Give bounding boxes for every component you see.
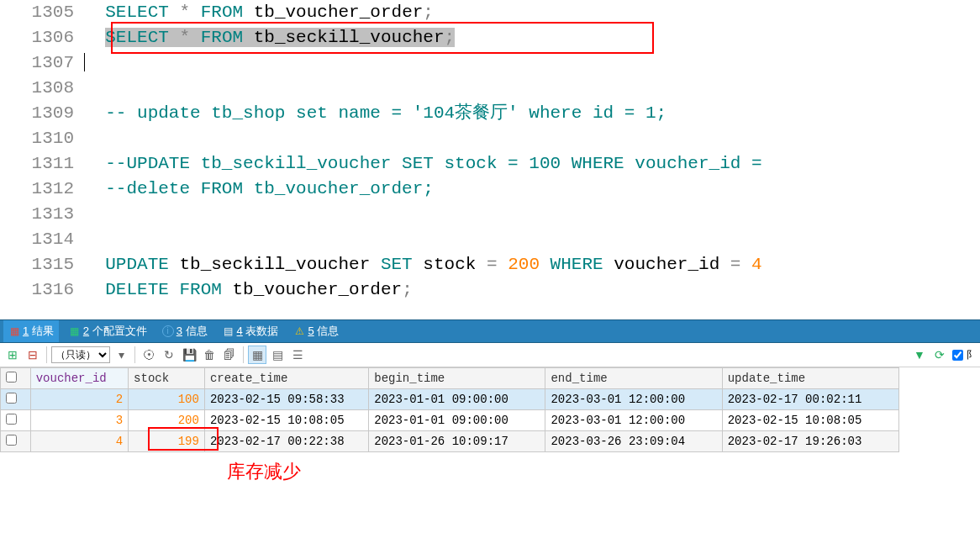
line-number: 1315	[0, 252, 74, 277]
tab-label: 2 个配置文件	[83, 324, 147, 339]
line-number: 1313	[0, 202, 74, 227]
export-button[interactable]: 🖸	[140, 346, 158, 364]
warning-icon: ⚠	[293, 325, 305, 337]
tab-label: 4 表数据	[237, 324, 279, 339]
cell-update_time[interactable]: 2023-02-17 00:02:11	[722, 389, 898, 410]
save-button[interactable]: 💾	[180, 346, 198, 364]
line-number: 1310	[0, 126, 74, 151]
grid-view-button[interactable]: ▦	[248, 346, 266, 364]
cell-voucher_id[interactable]: 3	[30, 410, 128, 431]
delete-row-button[interactable]: ⊟	[24, 346, 42, 364]
result-tab[interactable]: ▦2 个配置文件	[64, 320, 152, 342]
cell-begin_time[interactable]: 2023-01-01 09:00:00	[369, 410, 545, 431]
row-marker[interactable]	[1, 431, 31, 452]
line-number: 1307	[0, 50, 74, 76]
cell-create_time[interactable]: 2023-02-15 09:58:33	[204, 389, 368, 410]
column-header-update_time[interactable]: update_time	[722, 368, 898, 389]
refresh-button[interactable]: ↻	[160, 346, 178, 364]
code-line[interactable]: -- update tb_shop set name = '104茶餐厅' wh…	[84, 101, 980, 126]
row-marker[interactable]	[1, 410, 31, 431]
cell-update_time[interactable]: 2023-02-17 19:26:03	[722, 431, 898, 452]
line-number-gutter: 1305130613071308130913101311131213131314…	[0, 0, 84, 319]
column-header-end_time[interactable]: end_time	[545, 368, 722, 389]
table-row[interactable]: 41992023-02-17 00:22:382023-01-26 10:09:…	[1, 431, 899, 452]
add-row-button[interactable]: ⊞	[3, 346, 22, 364]
cell-update_time[interactable]: 2023-02-15 10:08:05	[722, 410, 898, 431]
toolbar-separator	[134, 346, 135, 363]
column-header-begin_time[interactable]: begin_time	[369, 368, 545, 389]
line-number: 1311	[0, 151, 74, 177]
cell-create_time[interactable]: 2023-02-15 10:08:05	[204, 410, 368, 431]
code-line[interactable]: SELECT * FROM tb_voucher_order;	[84, 0, 980, 25]
result-grid-wrap: voucher_idstockcreate_timebegin_timeend_…	[0, 367, 899, 452]
cell-voucher_id[interactable]: 4	[30, 431, 128, 452]
toolbar-separator	[243, 346, 244, 363]
annotation-stock-reduced: 库存减少	[227, 459, 301, 484]
readonly-select[interactable]: （只读）	[51, 346, 110, 363]
result-tabs-bar: ▦1 结果▦2 个配置文件i3 信息▤4 表数据⚠5 信息	[0, 319, 980, 343]
toolbar-separator	[46, 346, 47, 363]
row-checkbox[interactable]	[6, 393, 17, 404]
result-tab[interactable]: ▦1 结果	[3, 320, 59, 342]
table-row[interactable]: 32002023-02-15 10:08:052023-01-01 09:00:…	[1, 410, 899, 431]
discard-button[interactable]: 🗑	[200, 346, 219, 364]
cell-end_time[interactable]: 2023-03-01 12:00:00	[545, 389, 722, 410]
limit-label-fragment: 阝	[967, 348, 977, 362]
tab-label: 1 结果	[23, 324, 54, 339]
cell-stock[interactable]: 199	[129, 431, 205, 452]
tab-label: 5 信息	[308, 324, 339, 339]
select-all-checkbox[interactable]	[6, 372, 17, 383]
column-header-create_time[interactable]: create_time	[204, 368, 368, 389]
tab-label: 3 信息	[177, 324, 208, 339]
row-marker[interactable]	[1, 389, 31, 410]
table-icon: ▤	[223, 325, 234, 337]
line-number: 1305	[0, 0, 74, 25]
code-line[interactable]	[84, 227, 980, 252]
code-line[interactable]: SELECT * FROM tb_seckill_voucher;	[84, 25, 980, 50]
cell-end_time[interactable]: 2023-03-01 12:00:00	[545, 410, 722, 431]
cell-begin_time[interactable]: 2023-01-26 10:09:17	[369, 431, 545, 452]
code-line[interactable]: --delete FROM tb_voucher_order;	[84, 177, 980, 202]
text-view-button[interactable]: ☰	[288, 346, 307, 364]
code-line[interactable]	[84, 202, 980, 227]
code-line[interactable]	[84, 76, 980, 101]
limit-rows-checkbox[interactable]	[952, 350, 963, 361]
table-row[interactable]: 21002023-02-15 09:58:332023-01-01 09:00:…	[1, 389, 899, 410]
column-header-stock[interactable]: stock	[129, 368, 205, 389]
line-number: 1308	[0, 76, 74, 101]
cell-voucher_id[interactable]: 2	[30, 389, 128, 410]
row-marker-header[interactable]	[1, 368, 31, 389]
result-toolbar: ⊞ ⊟ （只读） ▾ 🖸 ↻ 💾 🗑 🗐 ▦ ▤ ☰ ▼ ⟳ 阝	[0, 343, 980, 367]
row-checkbox[interactable]	[6, 414, 17, 425]
line-number: 1312	[0, 177, 74, 202]
code-area[interactable]: SELECT * FROM tb_voucher_order; SELECT *…	[84, 0, 980, 319]
code-line[interactable]	[84, 126, 980, 151]
row-checkbox[interactable]	[6, 435, 17, 446]
result-tab[interactable]: i3 信息	[157, 320, 213, 342]
code-line[interactable]: UPDATE tb_seckill_voucher SET stock = 20…	[84, 252, 980, 277]
dropdown-button[interactable]: ▾	[112, 346, 130, 364]
code-line[interactable]	[84, 50, 980, 76]
result-tab[interactable]: ⚠5 信息	[288, 320, 344, 342]
line-number: 1316	[0, 277, 74, 303]
copy-button[interactable]: 🗐	[220, 346, 239, 364]
code-line[interactable]: --UPDATE tb_seckill_voucher SET stock = …	[84, 151, 980, 177]
info-icon: i	[162, 325, 174, 337]
cell-stock[interactable]: 200	[129, 410, 205, 431]
cell-stock[interactable]: 100	[129, 389, 205, 410]
code-line[interactable]: DELETE FROM tb_voucher_order;	[84, 277, 980, 303]
column-header-voucher_id[interactable]: voucher_id	[30, 368, 128, 389]
cell-create_time[interactable]: 2023-02-17 00:22:38	[204, 431, 368, 452]
reload-icon[interactable]: ⟳	[930, 346, 949, 364]
result-tab[interactable]: ▤4 表数据	[218, 320, 284, 342]
cell-begin_time[interactable]: 2023-01-01 09:00:00	[369, 389, 545, 410]
cell-end_time[interactable]: 2023-03-26 23:09:04	[545, 431, 722, 452]
grid-icon: ▦	[69, 325, 81, 337]
sql-editor[interactable]: 1305130613071308130913101311131213131314…	[0, 0, 980, 319]
grid-icon: ▦	[8, 325, 20, 337]
form-view-button[interactable]: ▤	[268, 346, 287, 364]
filter-icon[interactable]: ▼	[910, 346, 929, 364]
result-grid[interactable]: voucher_idstockcreate_timebegin_timeend_…	[0, 367, 899, 452]
line-number: 1309	[0, 101, 74, 126]
line-number: 1306	[0, 25, 74, 50]
